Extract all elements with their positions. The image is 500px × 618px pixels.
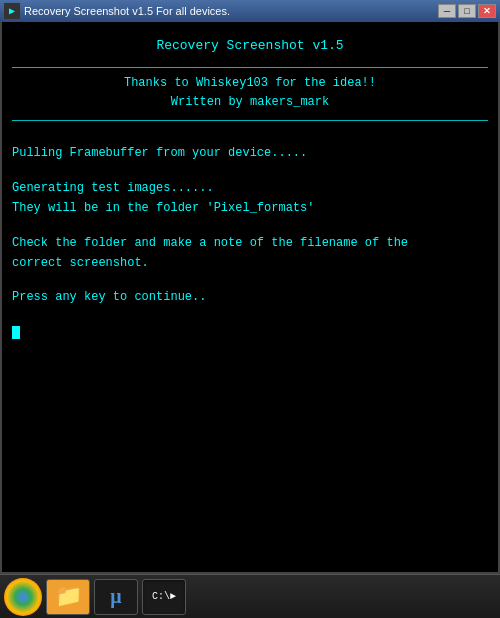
terminal-line <box>12 164 488 178</box>
title-bar: ▶ Recovery Screenshot v1.5 For all devic… <box>0 0 500 22</box>
window-title: Recovery Screenshot v1.5 For all devices… <box>24 5 230 17</box>
app-icon: ▶ <box>4 3 20 19</box>
minimize-button[interactable]: ─ <box>438 4 456 18</box>
taskbar-cmd-button[interactable]: C:\► <box>142 579 186 615</box>
terminal-title: Recovery Screenshot v1.5 <box>12 30 488 61</box>
terminal-credits: Thanks to Whiskey103 for the idea!! Writ… <box>12 74 488 121</box>
terminal-line: Generating test images...... <box>12 178 488 198</box>
credits-line1: Thanks to Whiskey103 for the idea!! <box>12 74 488 93</box>
terminal-cursor <box>12 326 20 339</box>
taskbar-folder-button[interactable]: 📁 <box>46 579 90 615</box>
torrent-icon: μ <box>110 585 121 608</box>
terminal-output: Pulling Framebuffer from your device....… <box>12 129 488 342</box>
terminal-line: Pulling Framebuffer from your device....… <box>12 143 488 163</box>
title-bar-left: ▶ Recovery Screenshot v1.5 For all devic… <box>4 3 230 19</box>
maximize-button[interactable]: □ <box>458 4 476 18</box>
taskbar-chrome-button[interactable] <box>4 578 42 616</box>
terminal-cursor-line <box>12 322 488 342</box>
terminal-line <box>12 129 488 143</box>
terminal-line <box>12 308 488 322</box>
window-controls: ─ □ ✕ <box>438 4 496 18</box>
taskbar: 📁 μ C:\► <box>0 574 500 618</box>
terminal-header: Recovery Screenshot v1.5 <box>12 30 488 68</box>
credits-line2: Written by makers_mark <box>12 93 488 112</box>
cmd-icon: C:\► <box>152 591 176 602</box>
folder-icon: 📁 <box>55 583 82 610</box>
terminal-line: correct screenshot. <box>12 253 488 273</box>
terminal-line: They will be in the folder 'Pixel_format… <box>12 198 488 218</box>
terminal-line <box>12 219 488 233</box>
terminal-line: Check the folder and make a note of the … <box>12 233 488 253</box>
terminal-window: Recovery Screenshot v1.5 Thanks to Whisk… <box>0 22 500 574</box>
terminal-line: Press any key to continue.. <box>12 287 488 307</box>
close-button[interactable]: ✕ <box>478 4 496 18</box>
terminal-line <box>12 273 488 287</box>
taskbar-torrent-button[interactable]: μ <box>94 579 138 615</box>
